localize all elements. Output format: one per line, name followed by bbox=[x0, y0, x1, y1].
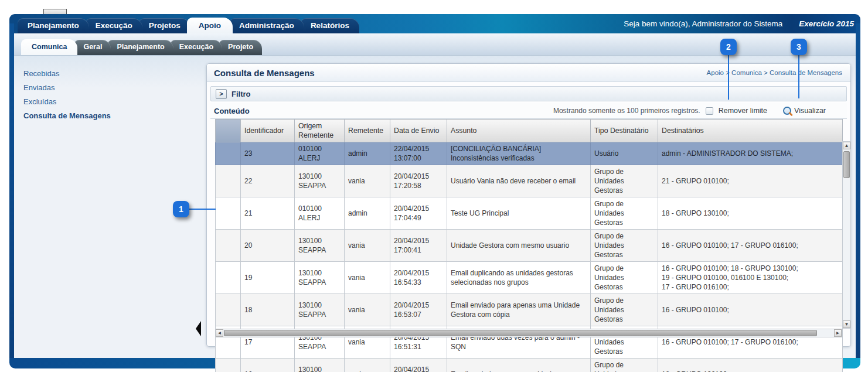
remover-limite-checkbox[interactable] bbox=[706, 107, 713, 115]
cell-remetente: vania bbox=[345, 359, 390, 372]
cell-assunto: Unidade Gestora com mesmo usuario bbox=[447, 230, 591, 262]
cell-tipo-destinatario: Grupo de Unidades Gestoras bbox=[591, 165, 658, 197]
frame-right-border bbox=[856, 23, 860, 359]
nav-tab-planejamento[interactable]: Planejamento bbox=[18, 18, 89, 33]
scroll-up-button[interactable]: ▲ bbox=[843, 142, 850, 149]
column-header-identificador[interactable]: Identificador bbox=[241, 120, 295, 142]
cell-data-envio: 20/04/2015 17:04:49 bbox=[390, 197, 447, 230]
cell-destinatarios: 21 - GRUPO 010100; bbox=[658, 165, 843, 197]
sidebar-item-excluidas[interactable]: Excluídas bbox=[23, 95, 193, 109]
sub-tab-projeto[interactable]: Projeto bbox=[219, 40, 262, 55]
cell-destinatarios: 16 - GRUPO 010100; bbox=[658, 294, 843, 326]
column-header-remetente[interactable]: Remetente bbox=[345, 120, 390, 142]
sub-tab-planejamento[interactable]: Planejamento bbox=[108, 40, 173, 55]
frame-left-border bbox=[9, 23, 14, 359]
cell-origem-remetente: 010100 ALERJ bbox=[295, 142, 345, 165]
limit-notice: Mostrando somente os 100 primeiros regis… bbox=[553, 107, 700, 115]
cell-destinatarios: 16 - GRUPO 010100; 17 - GRUPO 016100; bbox=[658, 230, 843, 262]
cell-remetente: vania bbox=[345, 165, 390, 197]
sidebar-item-recebidas[interactable]: Recebidas bbox=[23, 67, 193, 81]
cell-data-envio: 22/04/2015 13:07:00 bbox=[390, 142, 447, 165]
sub-tab-comunica[interactable]: Comunica bbox=[21, 39, 77, 55]
remover-limite-label[interactable]: Remover limite bbox=[719, 107, 767, 115]
cell-data-envio: 20/04/2015 17:00:41 bbox=[390, 230, 447, 262]
welcome-area: Seja bem vindo(a), Administrador do Sist… bbox=[624, 19, 854, 28]
cell-tipo-destinatario: Usuário bbox=[591, 142, 658, 165]
row-select-cell bbox=[216, 294, 241, 326]
exercise-year: Exercício 2015 bbox=[799, 19, 854, 28]
cell-data-envio: 20/04/2015 16:53:07 bbox=[390, 294, 447, 326]
table-horizontal-scrollbar[interactable]: ◄ ► bbox=[215, 329, 842, 337]
column-header-tipo-destinatario[interactable]: Tipo Destinatário bbox=[591, 120, 658, 142]
cell-origem-remetente: 130100 SEAPPA bbox=[295, 230, 345, 262]
sub-tab-geral[interactable]: Geral bbox=[74, 40, 111, 55]
cell-assunto: Teste UG Principal bbox=[447, 197, 591, 230]
nav-tab-apoio[interactable]: Apoio bbox=[187, 18, 233, 33]
content-actions: Mostrando somente os 100 primeiros regis… bbox=[553, 107, 841, 115]
cell-assunto: [CONCILIAÇÃO BANCÁRIA] Inconsistências v… bbox=[447, 142, 591, 165]
table-row[interactable]: 18130100 SEAPPAvania20/04/2015 16:53:07E… bbox=[216, 294, 843, 326]
scroll-right-button[interactable]: ► bbox=[834, 329, 842, 337]
cell-remetente: vania bbox=[345, 262, 390, 294]
scroll-left-button[interactable]: ◄ bbox=[216, 329, 223, 337]
table-row[interactable]: 23010100 ALERJadmin22/04/2015 13:07:00[C… bbox=[216, 142, 843, 165]
cell-data-envio: 20/04/2015 16:54:33 bbox=[390, 262, 447, 294]
nav-tab-projetos[interactable]: Projetos bbox=[139, 18, 190, 33]
panel-title-bar: Consulta de Mensagens Apoio > Comunica >… bbox=[207, 64, 850, 82]
arrow-down-icon: ▼ bbox=[843, 321, 850, 327]
cell-destinatarios: 16 - GRUPO 010100; 18 - GRUPO 130100; 19… bbox=[658, 262, 843, 294]
sub-tab-execucao[interactable]: Execução bbox=[171, 40, 222, 55]
column-header-destinatarios[interactable]: Destinatários bbox=[658, 120, 843, 142]
cell-data-envio: 20/04/2015 17:20:58 bbox=[390, 165, 447, 197]
table-header-row: IdentificadorOrigem RemetenteRemetenteDa… bbox=[216, 120, 843, 142]
table-row[interactable]: 22130100 SEAPPAvania20/04/2015 17:20:58U… bbox=[216, 165, 843, 197]
column-header-assunto[interactable]: Assunto bbox=[447, 120, 591, 142]
cell-origem-remetente: 010100 ALERJ bbox=[295, 197, 345, 230]
nav-tab-execucao[interactable]: Execução bbox=[86, 18, 142, 33]
sidebar-item-enviadas[interactable]: Enviadas bbox=[23, 81, 193, 95]
page-title: Consulta de Mensagens bbox=[214, 68, 315, 78]
column-header-origem-remetente[interactable]: Origem Remetente bbox=[295, 120, 345, 142]
cell-identificador: 16 bbox=[241, 359, 295, 372]
cell-destinatarios: admin - ADMINISTRADOR DO SISTEMA; bbox=[658, 142, 843, 165]
filter-bar: > Filtro bbox=[210, 86, 847, 101]
cell-assunto: Email enviado para apenas uma Unidade Ge… bbox=[447, 294, 591, 326]
cell-origem-remetente: 130100 SEAPPA bbox=[295, 294, 345, 326]
cell-assunto: Usuário Vania não deve receber o email bbox=[447, 165, 591, 197]
callout-badge-2: 2 bbox=[720, 39, 737, 55]
horizontal-scroll-thumb[interactable] bbox=[224, 330, 817, 336]
cell-assunto: Email enviado apenas para Vania bbox=[447, 359, 591, 372]
cell-tipo-destinatario: Grupo de Unidades Gestoras bbox=[591, 230, 658, 262]
cell-tipo-destinatario: Grupo de Unidades Gestoras bbox=[591, 359, 658, 372]
table-row[interactable]: 16130100 SEAPPAvania20/04/2015 16:50:45E… bbox=[216, 359, 843, 372]
table-vertical-scrollbar[interactable]: ▲ ▼ bbox=[842, 141, 851, 329]
visualizar-button[interactable]: Visualizar bbox=[783, 107, 826, 115]
application-window: Seja bem vindo(a), Administrador do Sist… bbox=[0, 0, 868, 372]
welcome-text: Seja bem vindo(a), Administrador do Sist… bbox=[624, 19, 782, 28]
cell-identificador: 19 bbox=[241, 262, 295, 294]
cell-identificador: 21 bbox=[241, 197, 295, 230]
nav-tab-administracao[interactable]: Administração bbox=[229, 18, 304, 33]
callout-badge-3: 3 bbox=[791, 39, 807, 55]
row-select-cell bbox=[216, 165, 241, 197]
scroll-down-button[interactable]: ▼ bbox=[843, 320, 850, 328]
content-header-bar: Conteúdo Mostrando somente os 100 primei… bbox=[210, 103, 847, 119]
main-nav-tabs: PlanejamentoExecuçãoProjetosApoioAdminis… bbox=[18, 18, 356, 33]
content-label: Conteúdo bbox=[214, 107, 250, 115]
sidebar-item-consulta-de-mensagens[interactable]: Consulta de Mensagens bbox=[23, 109, 193, 123]
arrow-left-icon: ◄ bbox=[216, 330, 223, 336]
arrow-right-icon: ► bbox=[835, 330, 841, 336]
column-header-data-de-envio[interactable]: Data de Envio bbox=[390, 120, 447, 142]
cell-data-envio: 20/04/2015 16:50:45 bbox=[390, 359, 447, 372]
table-row[interactable]: 19130100 SEAPPAvania20/04/2015 16:54:33E… bbox=[216, 262, 843, 294]
filter-expander-icon[interactable]: > bbox=[216, 89, 227, 99]
callout-badge-1: 1 bbox=[173, 201, 189, 217]
vertical-scroll-thumb[interactable] bbox=[843, 151, 850, 178]
table-row[interactable]: 20130100 SEAPPAvania20/04/2015 17:00:41U… bbox=[216, 230, 843, 262]
nav-tab-relatorios[interactable]: Relatórios bbox=[301, 18, 359, 33]
visualizar-label: Visualizar bbox=[794, 107, 826, 115]
sidebar-collapse-icon[interactable] bbox=[196, 321, 201, 336]
cell-remetente: vania bbox=[345, 294, 390, 326]
table-row[interactable]: 21010100 ALERJadmin20/04/2015 17:04:49Te… bbox=[216, 197, 843, 230]
cell-origem-remetente: 130100 SEAPPA bbox=[295, 165, 345, 197]
